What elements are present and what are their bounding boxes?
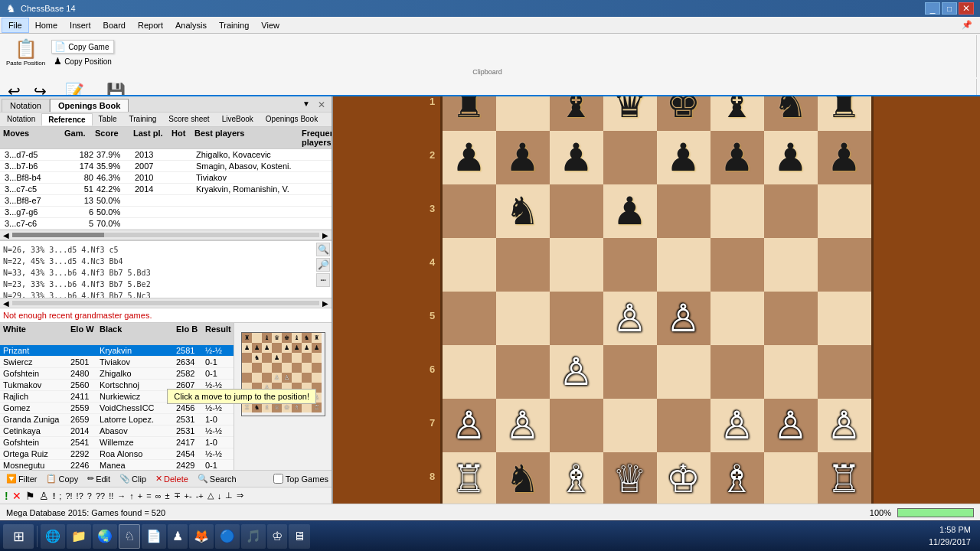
- paste-position-button[interactable]: 📋 Paste Position: [3, 37, 48, 68]
- chess-square[interactable]: ♜: [818, 96, 871, 131]
- menu-home[interactable]: Home: [29, 18, 64, 32]
- close-button[interactable]: ✕: [959, 2, 974, 15]
- menu-view[interactable]: View: [255, 18, 286, 32]
- chess-square[interactable]: ♙: [710, 399, 764, 452]
- chess-square[interactable]: [657, 184, 710, 238]
- chess-square[interactable]: [657, 238, 710, 292]
- chess-square[interactable]: [764, 238, 818, 292]
- symbol-db[interactable]: !!: [107, 491, 115, 501]
- menu-insert[interactable]: Insert: [64, 18, 97, 32]
- book-tab-table[interactable]: Table: [93, 113, 123, 126]
- scroll-left-btn2[interactable]: ◀: [3, 299, 9, 308]
- chess-square[interactable]: ♙: [764, 399, 818, 452]
- chess-square[interactable]: [818, 292, 871, 345]
- ribbon-pin[interactable]: 📌: [956, 18, 978, 32]
- symbol-plus[interactable]: +: [136, 491, 144, 501]
- zoom-in-btn[interactable]: 🔍: [316, 243, 330, 256]
- chess-square[interactable]: [603, 345, 657, 399]
- book-tab-notation[interactable]: Notation: [1, 113, 41, 126]
- move-row[interactable]: 3...c7-c5 51 42.2% 2014 Kryakvin, Romani…: [0, 184, 332, 195]
- symbol-pm[interactable]: ±: [164, 491, 172, 501]
- symbol-qbang[interactable]: !?: [75, 491, 85, 501]
- filter-button[interactable]: 🔽 Filter: [3, 473, 40, 484]
- chess-square[interactable]: ♙: [496, 399, 550, 452]
- taskbar-pdf[interactable]: 📄: [142, 524, 166, 549]
- hard-disk-button[interactable]: 💾 Hard Disk: [98, 80, 135, 96]
- chess-square[interactable]: ♟: [550, 131, 603, 184]
- taskbar-explorer[interactable]: 📁: [67, 524, 91, 549]
- chess-square[interactable]: ♟: [657, 131, 710, 184]
- chess-square[interactable]: [550, 292, 603, 345]
- game-row[interactable]: Swiercz 2501 Tiviakov 2634 0-1 2: [0, 357, 234, 368]
- move-row[interactable]: 3...g7-g6 6 50.0%: [0, 207, 332, 218]
- chess-square[interactable]: [443, 292, 496, 345]
- symbol-eq[interactable]: =: [145, 491, 152, 501]
- symbol-red-x[interactable]: ✕: [11, 489, 23, 503]
- chess-square[interactable]: [710, 184, 764, 238]
- chess-square[interactable]: ♞: [496, 452, 550, 504]
- taskbar-media[interactable]: 🎵: [241, 524, 266, 549]
- redo-button[interactable]: ↪ Redo: [29, 80, 52, 96]
- move-row[interactable]: 3...b7-b6 174 35.9% 2007 Smagin, Abasov,…: [0, 161, 332, 172]
- taskbar-megabase[interactable]: ♘: [119, 524, 140, 549]
- move-row[interactable]: 3...Bf8-b4 80 46.3% 2010 Tiviakov: [0, 172, 332, 184]
- symbol-down-arrow[interactable]: ↓: [216, 491, 224, 501]
- chess-square[interactable]: ♗: [550, 452, 603, 504]
- move-row[interactable]: 3...d7-d5 182 37.9% 2013 Zhigalko, Kovac…: [0, 149, 332, 161]
- move-row[interactable]: 3...Bf8-e7 13 50.0%: [0, 195, 332, 207]
- chess-square[interactable]: [603, 238, 657, 292]
- panel-close-button[interactable]: ✕: [315, 99, 328, 110]
- top-games-checkbox[interactable]: [273, 474, 283, 484]
- minimize-button[interactable]: _: [925, 2, 940, 15]
- taskbar-chrome[interactable]: 🔵: [215, 524, 240, 549]
- chess-square[interactable]: [818, 184, 871, 238]
- chess-square[interactable]: [550, 238, 603, 292]
- chess-square[interactable]: ♟: [443, 131, 496, 184]
- symbol-q[interactable]: ?: [86, 491, 93, 501]
- game-row[interactable]: Tukmakov 2560 Kortschnoj 2607 ½-½ 2: [0, 380, 234, 391]
- book-tab-reference[interactable]: Reference: [41, 113, 92, 126]
- chess-square[interactable]: [657, 345, 710, 399]
- taskbar-firefox[interactable]: 🦊: [189, 524, 214, 549]
- chess-square[interactable]: ♟: [603, 184, 657, 238]
- chess-square[interactable]: ♟: [710, 131, 764, 184]
- game-row[interactable]: Gofshtein 2480 Zhigalko 2582 0-1 2: [0, 368, 234, 380]
- chess-square[interactable]: [443, 345, 496, 399]
- panel-menu-button[interactable]: ▼: [299, 99, 313, 110]
- symbol-semicolon[interactable]: ;: [57, 491, 63, 501]
- chess-square[interactable]: ♔: [657, 452, 710, 504]
- chess-square[interactable]: [818, 238, 871, 292]
- symbol-rarr2[interactable]: ⇒: [235, 490, 245, 501]
- menu-board[interactable]: Board: [97, 18, 132, 32]
- chess-square[interactable]: ♟: [818, 131, 871, 184]
- chess-square[interactable]: ♝: [710, 96, 764, 131]
- chess-square[interactable]: ♜: [443, 96, 496, 131]
- symbol-bang[interactable]: !: [51, 491, 57, 501]
- game-row[interactable]: Rajlich 2411 Nurkiewicz 2383 0-1 2: [0, 391, 234, 403]
- chess-square[interactable]: ♖: [443, 452, 496, 504]
- symbol-pawn[interactable]: ♙: [38, 489, 51, 503]
- chess-square[interactable]: ♙: [550, 345, 603, 399]
- chess-square[interactable]: ♞: [764, 96, 818, 131]
- chess-square[interactable]: [764, 292, 818, 345]
- menu-report[interactable]: Report: [132, 18, 169, 32]
- book-tab-scoresheet[interactable]: Score sheet: [162, 113, 215, 126]
- scroll-right-btn[interactable]: ▶: [322, 231, 328, 240]
- copy-position-button[interactable]: ♟ Copy Position: [51, 55, 114, 67]
- symbol-bb[interactable]: -+: [194, 491, 205, 501]
- chess-square[interactable]: [710, 292, 764, 345]
- chess-square[interactable]: ♙: [603, 292, 657, 345]
- copy-game-button[interactable]: 📄 Copy Game: [51, 40, 114, 54]
- game-row[interactable]: Granda Zuniga 2659 Latorre Lopez. 2531 1…: [0, 414, 234, 425]
- scroll-left-btn[interactable]: ◀: [3, 231, 9, 240]
- symbol-inf[interactable]: ∞: [154, 491, 163, 501]
- symbol-bangq[interactable]: ?!: [64, 491, 74, 501]
- chess-square[interactable]: ♗: [710, 452, 764, 504]
- undo-button[interactable]: ↩ Undo: [3, 80, 26, 96]
- taskbar-chessbase[interactable]: ♔: [267, 524, 287, 549]
- chess-square[interactable]: ♕: [603, 452, 657, 504]
- taskbar-chess1[interactable]: ♟: [168, 524, 188, 549]
- menu-file[interactable]: File: [2, 18, 29, 33]
- chess-square[interactable]: [496, 292, 550, 345]
- game-row[interactable]: Gomez 2559 VoidChessICC 2456 ½-½ 2: [0, 403, 234, 414]
